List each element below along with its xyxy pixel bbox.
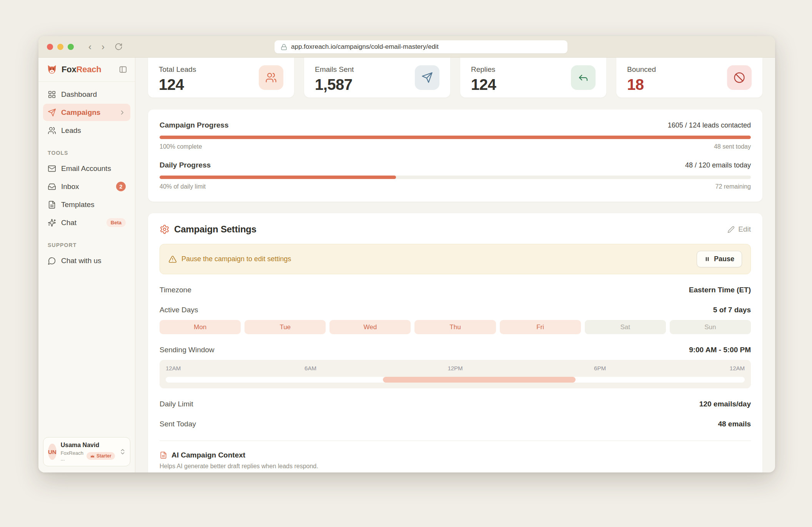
foxreach-logo-icon bbox=[46, 64, 58, 75]
sent-today-row: Sent Today 48 emails bbox=[160, 420, 751, 428]
day-pill-fri[interactable]: Fri bbox=[500, 320, 581, 334]
back-button[interactable]: ‹ bbox=[88, 42, 92, 51]
reload-icon bbox=[115, 43, 123, 51]
users-icon bbox=[48, 126, 56, 135]
campaign-progress-fill bbox=[160, 136, 751, 139]
sidebar-collapse-button[interactable] bbox=[119, 65, 127, 74]
timeline-tick: 12AM bbox=[166, 365, 181, 371]
timeline-tick: 12PM bbox=[448, 365, 463, 371]
mail-icon bbox=[48, 164, 56, 173]
users-icon bbox=[259, 65, 283, 90]
timeline-active-segment bbox=[383, 377, 576, 383]
sidebar-item-label: Chat bbox=[61, 219, 77, 227]
daily-limit-label: Daily Limit bbox=[160, 400, 193, 408]
plan-badge: Starter bbox=[87, 452, 115, 460]
stat-label: Replies bbox=[471, 65, 496, 74]
avatar: UN bbox=[48, 444, 57, 460]
stat-value: 124 bbox=[471, 76, 496, 93]
brand-header: FoxReach bbox=[38, 58, 135, 82]
pause-button[interactable]: Pause bbox=[697, 251, 742, 267]
sending-window-row: Sending Window 9:00 AM - 5:00 PM bbox=[160, 346, 751, 354]
sidebar: FoxReach Dashboard Campaigns bbox=[38, 58, 135, 472]
progress-card: Campaign Progress 1605 / 124 leads conta… bbox=[148, 109, 762, 202]
stat-value: 18 bbox=[627, 76, 656, 93]
active-days-pills: Mon Tue Wed Thu Fri Sat Sun bbox=[160, 320, 751, 334]
sidebar-item-email-accounts[interactable]: Email Accounts bbox=[43, 160, 130, 177]
timeline-tick: 6AM bbox=[304, 365, 316, 371]
lock-icon bbox=[281, 44, 287, 50]
ai-context-title: AI Campaign Context bbox=[171, 451, 245, 459]
minimize-button[interactable] bbox=[57, 44, 63, 50]
day-pill-thu[interactable]: Thu bbox=[414, 320, 496, 334]
warning-message: Pause the campaign to edit settings bbox=[181, 255, 291, 263]
sidebar-item-chat-with-us[interactable]: Chat with us bbox=[43, 252, 130, 269]
timezone-label: Timezone bbox=[160, 286, 191, 294]
day-pill-mon[interactable]: Mon bbox=[160, 320, 241, 334]
section-divider bbox=[160, 441, 751, 441]
stat-card-bounced: Bounced 18 bbox=[616, 58, 762, 98]
close-button[interactable] bbox=[47, 44, 53, 50]
daily-progress-fill bbox=[160, 176, 396, 179]
chevron-right-icon bbox=[119, 109, 126, 116]
send-icon bbox=[48, 108, 56, 117]
pencil-icon bbox=[727, 226, 735, 233]
sidebar-item-dashboard[interactable]: Dashboard bbox=[43, 86, 130, 103]
browser-nav-buttons: ‹ › bbox=[88, 42, 123, 51]
stat-card-replies: Replies 124 bbox=[460, 58, 606, 98]
beta-badge: Beta bbox=[106, 218, 126, 227]
file-text-icon bbox=[48, 201, 56, 209]
settings-gear-icon bbox=[160, 224, 170, 234]
timeline-tick: 12AM bbox=[730, 365, 745, 371]
url-text: app.foxreach.io/campaigns/cold-email-mas… bbox=[291, 43, 439, 51]
daily-progress-pct: 40% of daily limit bbox=[160, 183, 206, 190]
user-menu[interactable]: UN Usama Navid FoxReach ... Starter bbox=[43, 437, 130, 466]
sidebar-item-label: Templates bbox=[61, 201, 95, 209]
forward-button[interactable]: › bbox=[102, 42, 105, 51]
day-pill-sat[interactable]: Sat bbox=[585, 320, 666, 334]
campaign-progress-block: Campaign Progress 1605 / 124 leads conta… bbox=[160, 121, 751, 150]
stat-label: Total Leads bbox=[159, 65, 196, 74]
sidebar-item-inbox[interactable]: Inbox 2 bbox=[43, 178, 130, 195]
sidebar-item-label: Campaigns bbox=[61, 108, 100, 117]
sending-window-label: Sending Window bbox=[160, 346, 215, 354]
daily-limit-value: 120 emails/day bbox=[699, 400, 751, 408]
campaign-progress-status: 1605 / 124 leads contacted bbox=[668, 121, 751, 129]
day-pill-tue[interactable]: Tue bbox=[245, 320, 326, 334]
sending-window-timeline: 12AM 6AM 12PM 6PM 12AM bbox=[160, 360, 751, 388]
address-bar[interactable]: app.foxreach.io/campaigns/cold-email-mas… bbox=[275, 40, 567, 53]
campaign-settings-card: Campaign Settings Edit Pause the campaig… bbox=[148, 213, 762, 472]
sidebar-item-chat[interactable]: Chat Beta bbox=[43, 214, 130, 231]
reload-button[interactable] bbox=[115, 43, 123, 51]
sparkles-icon bbox=[48, 219, 56, 227]
warning-triangle-icon bbox=[168, 255, 177, 264]
sidebar-item-label: Email Accounts bbox=[61, 164, 111, 173]
campaign-progress-sent-today: 48 sent today bbox=[714, 143, 751, 150]
browser-titlebar: ‹ › app.foxreach.io/campaigns/cold-email… bbox=[38, 36, 775, 58]
sidebar-item-label: Dashboard bbox=[61, 90, 97, 99]
daily-progress-remaining: 72 remaining bbox=[715, 183, 751, 190]
zoom-button[interactable] bbox=[68, 44, 74, 50]
sidebar-item-leads[interactable]: Leads bbox=[43, 122, 130, 139]
sidebar-item-campaigns[interactable]: Campaigns bbox=[43, 104, 130, 121]
daily-progress-status: 48 / 120 emails today bbox=[685, 161, 751, 169]
daily-progress-label: Daily Progress bbox=[160, 161, 211, 169]
user-org: FoxReach ... bbox=[61, 450, 83, 462]
edit-button[interactable]: Edit bbox=[727, 225, 751, 234]
chevrons-up-down-icon bbox=[119, 448, 126, 455]
stat-label: Bounced bbox=[627, 65, 656, 74]
dashboard-icon bbox=[48, 90, 56, 99]
active-days-value: 5 of 7 days bbox=[713, 306, 751, 314]
campaign-progress-complete: 100% complete bbox=[160, 143, 202, 150]
settings-title: Campaign Settings bbox=[174, 224, 256, 235]
crown-icon bbox=[90, 454, 95, 459]
active-days-label: Active Days bbox=[160, 306, 198, 314]
timeline-tick: 6PM bbox=[594, 365, 606, 371]
ai-context-subtitle: Helps AI generate better draft replies w… bbox=[160, 463, 751, 470]
day-pill-wed[interactable]: Wed bbox=[329, 320, 411, 334]
send-icon bbox=[415, 65, 439, 90]
stat-card-total-leads: Total Leads 124 bbox=[148, 58, 294, 98]
sidebar-item-templates[interactable]: Templates bbox=[43, 196, 130, 213]
daily-limit-row: Daily Limit 120 emails/day bbox=[160, 400, 751, 408]
stat-label: Emails Sent bbox=[315, 65, 354, 74]
day-pill-sun[interactable]: Sun bbox=[670, 320, 751, 334]
